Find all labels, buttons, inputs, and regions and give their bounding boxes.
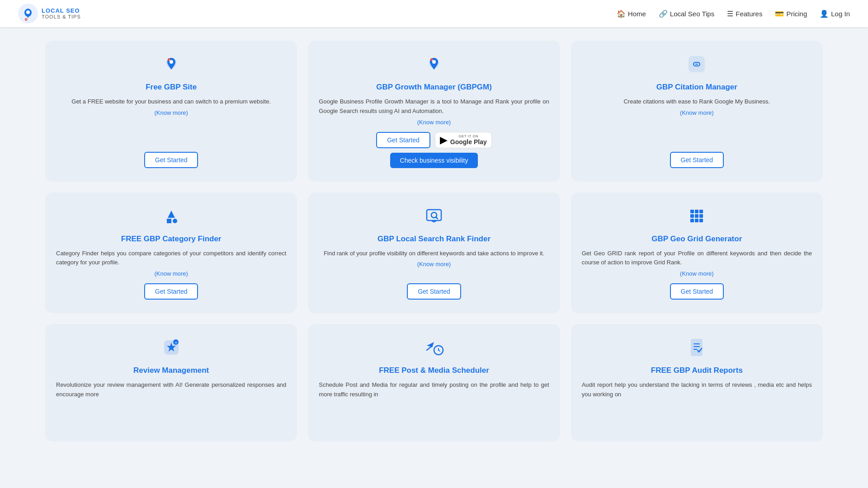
- card-desc: Find rank of your profile visibility on …: [324, 249, 544, 258]
- login-icon: 👤: [820, 9, 829, 18]
- card-actions: Get Started: [582, 152, 812, 168]
- nav-features[interactable]: ☰ Features: [727, 9, 762, 18]
- get-it-on-text: GET IT ON: [458, 134, 478, 138]
- know-more-link[interactable]: (Know more): [154, 270, 188, 277]
- file-check-icon: [687, 338, 707, 361]
- know-more-link[interactable]: (Know more): [417, 261, 451, 267]
- main-content: Free GBP Site Get a FREE website for you…: [0, 27, 868, 455]
- nav-pricing[interactable]: 💳 Pricing: [775, 9, 807, 18]
- svg-marker-15: [168, 211, 175, 218]
- get-started-button[interactable]: Get Started: [670, 283, 724, 300]
- svg-rect-41: [691, 339, 702, 356]
- svg-line-20: [436, 217, 438, 219]
- logo-line2: TOOLS & TIPS: [42, 14, 81, 19]
- svg-rect-29: [690, 219, 694, 222]
- card-title: GBP Growth Manager (GBPGM): [376, 83, 492, 92]
- card-free-gbp-category-finder: FREE GBP Category Finder Category Finder…: [45, 192, 297, 314]
- svg-rect-14: [695, 64, 698, 65]
- svg-rect-18: [427, 210, 441, 221]
- media-clock-icon: [424, 338, 444, 361]
- local-seo-tips-icon: 🔗: [659, 9, 668, 18]
- card-desc: Audit report help you understand the lac…: [582, 380, 812, 399]
- svg-rect-28: [699, 214, 703, 218]
- card-actions-row: Get Started ▶ GET IT ON Google Play: [376, 132, 492, 148]
- search-screen-icon: [424, 206, 444, 230]
- card-desc: Google Business Profile Growth Manager i…: [319, 97, 549, 116]
- know-more-link[interactable]: (Know more): [680, 109, 713, 116]
- svg-rect-31: [699, 219, 703, 222]
- svg-rect-25: [699, 210, 703, 213]
- shapes-icon: [161, 206, 181, 230]
- nav-home[interactable]: 🏠 Home: [617, 9, 646, 18]
- know-more-link[interactable]: (Know more): [680, 270, 713, 277]
- card-desc: Schedule Post and Media for regular and …: [319, 380, 549, 399]
- google-play-text: Google Play: [450, 138, 487, 145]
- card-title: GBP Citation Manager: [656, 83, 737, 92]
- card-title: GBP Local Search Rank Finder: [377, 235, 491, 244]
- grid-icon: [687, 206, 707, 230]
- card-actions: Get Started: [319, 283, 549, 300]
- svg-rect-30: [695, 219, 698, 222]
- card-desc: Category Finder helps you compare catego…: [56, 249, 286, 268]
- card-free-post-media-scheduler: FREE Post & Media Scheduler Schedule Pos…: [308, 324, 560, 441]
- map-pin-icon-2: [424, 54, 444, 78]
- logo-line1: LOCAL SEO: [42, 8, 81, 14]
- card-gbp-local-search-rank-finder: GBP Local Search Rank Finder Find rank o…: [308, 192, 560, 314]
- card-grid: Free GBP Site Get a FREE website for you…: [45, 41, 823, 441]
- svg-rect-16: [167, 219, 171, 223]
- google-play-logo: GET IT ON Google Play: [450, 134, 487, 145]
- svg-line-37: [427, 347, 431, 350]
- card-free-gbp-site: Free GBP Site Get a FREE website for you…: [45, 41, 297, 182]
- card-title: Review Management: [133, 366, 209, 375]
- card-title: GBP Geo Grid Generator: [651, 235, 742, 244]
- get-started-button[interactable]: Get Started: [144, 152, 198, 168]
- get-started-button[interactable]: Get Started: [670, 152, 724, 168]
- logo[interactable]: ⚙ LOCAL SEO TOOLS & TIPS: [18, 4, 81, 23]
- star-badge-icon: +: [161, 338, 181, 361]
- card-desc: Get Geo GRID rank report of your Profile…: [582, 249, 812, 268]
- svg-text:⚙: ⚙: [24, 18, 28, 22]
- features-icon: ☰: [727, 9, 733, 18]
- card-desc: Get a FREE website for your business and…: [71, 97, 271, 107]
- get-started-button[interactable]: Get Started: [407, 283, 461, 300]
- map-pin-icon: [161, 54, 181, 78]
- svg-rect-24: [695, 210, 698, 213]
- svg-rect-23: [690, 210, 694, 213]
- card-desc: Create citations with ease to Rank Googl…: [623, 97, 770, 107]
- svg-rect-26: [690, 214, 694, 218]
- card-desc: Revolutionize your review management wit…: [56, 380, 286, 399]
- get-started-button[interactable]: Get Started: [376, 132, 430, 148]
- svg-rect-27: [695, 214, 698, 218]
- nav-links: 🏠 Home 🔗 Local Seo Tips ☰ Features 💳 Pri…: [617, 9, 850, 18]
- svg-point-2: [26, 10, 30, 14]
- card-actions: Get Started: [56, 152, 286, 168]
- get-started-button[interactable]: Get Started: [144, 283, 198, 300]
- card-title: FREE GBP Audit Reports: [651, 366, 743, 375]
- card-title: Free GBP Site: [146, 83, 197, 92]
- know-more-link[interactable]: (Know more): [417, 119, 451, 126]
- nav-local-seo-tips[interactable]: 🔗 Local Seo Tips: [659, 9, 714, 18]
- card-actions: Get Started ▶ GET IT ON Google Play Chec…: [319, 132, 549, 168]
- pricing-icon: 💳: [775, 9, 784, 18]
- card-actions: Get Started: [582, 283, 812, 300]
- card-gbp-geo-grid-generator: GBP Geo Grid Generator Get Geo GRID rank…: [571, 192, 823, 314]
- navbar: ⚙ LOCAL SEO TOOLS & TIPS 🏠 Home 🔗 Local …: [0, 0, 868, 27]
- know-more-link[interactable]: (Know more): [154, 109, 188, 116]
- google-play-button[interactable]: ▶ GET IT ON Google Play: [435, 132, 492, 148]
- card-title: FREE GBP Category Finder: [121, 235, 222, 244]
- card-actions: Get Started: [56, 283, 286, 300]
- card-gbp-growth-manager: GBP Growth Manager (GBPGM) Google Busine…: [308, 41, 560, 182]
- card-free-gbp-audit-reports: FREE GBP Audit Reports Audit report help…: [571, 324, 823, 441]
- card-review-management: + Review Management Revolutionize your r…: [45, 324, 297, 441]
- link-icon: [687, 54, 707, 78]
- check-business-visibility-button[interactable]: Check business visibility: [390, 153, 478, 168]
- svg-point-17: [173, 219, 177, 223]
- nav-login[interactable]: 👤 Log In: [820, 9, 850, 18]
- home-icon: 🏠: [617, 9, 626, 18]
- card-gbp-citation-manager: GBP Citation Manager Create citations wi…: [571, 41, 823, 182]
- svg-text:+: +: [175, 341, 177, 345]
- card-title: FREE Post & Media Scheduler: [379, 366, 489, 375]
- google-play-triangle-icon: ▶: [440, 134, 448, 146]
